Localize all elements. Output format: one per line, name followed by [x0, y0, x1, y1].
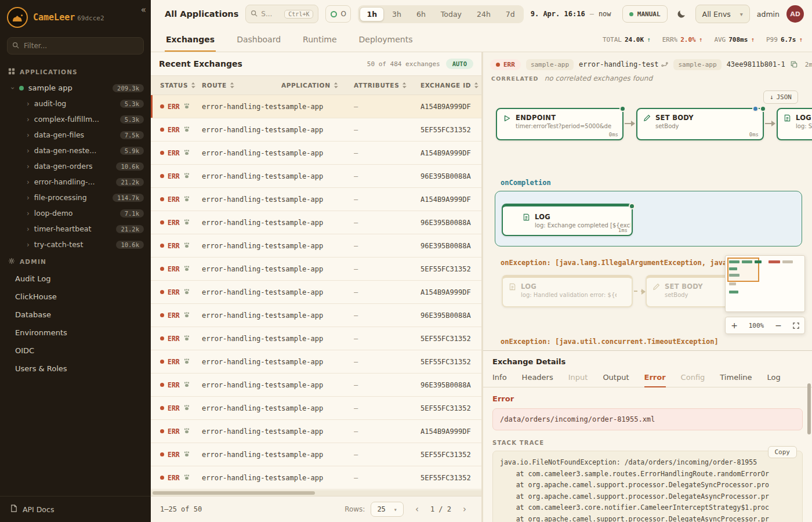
- sidebar-item-clickhouse[interactable]: ClickHouse: [0, 288, 151, 306]
- sidebar-route-try-catch-test[interactable]: ›try-catch-test10.6k: [0, 237, 151, 252]
- sidebar-route-data-gen-orders[interactable]: ›data-gen-orders10.6k: [0, 158, 151, 174]
- horizontal-scrollbar[interactable]: [151, 490, 481, 496]
- user-avatar[interactable]: AD: [786, 5, 804, 23]
- flow-node-completion-log[interactable]: LOG log: Exchange completed [${exchan 1m…: [502, 204, 633, 236]
- search-input[interactable]: [261, 10, 281, 18]
- details-tab-input[interactable]: Input: [568, 370, 588, 387]
- vertical-scrollbar-thumb[interactable]: [807, 383, 811, 434]
- details-tab-headers[interactable]: Headers: [522, 370, 553, 387]
- zoom-in-button[interactable]: +: [726, 317, 743, 334]
- details-tab-timeline[interactable]: Timeline: [720, 370, 752, 387]
- sidebar-item-database[interactable]: Database: [0, 306, 151, 324]
- date-range[interactable]: 9. Apr. 16:16 — now: [531, 10, 611, 18]
- column-header-status[interactable]: STATUS: [151, 82, 202, 89]
- node-selected-dot: [752, 106, 759, 112]
- column-header-application[interactable]: APPLICATION: [281, 82, 354, 89]
- tab-deployments[interactable]: Deployments: [358, 28, 414, 52]
- flow-route-name[interactable]: error-handling-test: [579, 60, 668, 68]
- sidebar-route-error-handling[interactable]: ›error-handling-...21.2k: [0, 174, 151, 190]
- tab-dashboard[interactable]: Dashboard: [235, 28, 282, 52]
- details-tab-info[interactable]: Info: [492, 370, 507, 387]
- sidebar-route-timer-heartbeat[interactable]: ›timer-heartbeat21.2k: [0, 221, 151, 237]
- flow-canvas[interactable]: ↓ JSON ENDPOINT timer:errorTest?period=5…: [483, 86, 812, 350]
- copy-icon[interactable]: [788, 59, 800, 70]
- table-row[interactable]: ERRerror-handling-testsample-app—96E395B…: [151, 374, 481, 397]
- next-page-button[interactable]: ›: [457, 502, 472, 517]
- sidebar-route-audit-log[interactable]: ›audit-log5.3k: [0, 96, 151, 111]
- column-header-exchange-id[interactable]: EXCHANGE ID: [420, 82, 481, 89]
- tab-runtime[interactable]: Runtime: [302, 28, 338, 52]
- sidebar-route-loop-demo[interactable]: ›loop-demo7.1k: [0, 205, 151, 221]
- global-search[interactable]: Ctrl+K: [245, 5, 318, 23]
- status-label: ERR: [168, 126, 180, 134]
- zoom-fit-button[interactable]: [787, 317, 804, 334]
- sidebar-filter-input[interactable]: [7, 37, 144, 55]
- details-tab-config[interactable]: Config: [681, 370, 705, 387]
- table-row[interactable]: ERRerror-handling-testsample-app—5EF55FC…: [151, 258, 481, 281]
- date-to: now: [599, 10, 611, 18]
- flow-node-endpoint[interactable]: ENDPOINT timer:errorTest?period=5000&del…: [496, 108, 624, 140]
- time-range-3h[interactable]: 3h: [385, 7, 408, 21]
- column-header-route[interactable]: ROUTE: [202, 82, 281, 89]
- time-range-6h[interactable]: 6h: [409, 7, 433, 21]
- table-row[interactable]: ERRerror-handling-testsample-app—5EF55FC…: [151, 466, 481, 490]
- attributes-cell: —: [354, 103, 420, 111]
- dark-mode-toggle[interactable]: [675, 7, 688, 21]
- stack-trace-block[interactable]: java.io.FileNotFoundException: /data/ord…: [492, 451, 803, 522]
- paw-icon: [183, 289, 190, 295]
- sidebar-item-environments[interactable]: Environments: [0, 324, 151, 342]
- tab-exchanges[interactable]: Exchanges: [165, 28, 216, 52]
- table-row[interactable]: ERRerror-handling-testsample-app—96E395B…: [151, 211, 481, 234]
- prev-page-button[interactable]: ‹: [409, 502, 425, 517]
- errors-only-toggle[interactable]: O: [325, 5, 351, 23]
- details-tab-output[interactable]: Output: [603, 370, 629, 387]
- exchanges-panel-header: Recent Exchanges 50 of 484 exchanges AUT…: [151, 52, 481, 75]
- refresh-mode-button[interactable]: MANUAL: [622, 5, 668, 23]
- chevron-down-icon: ▾: [394, 506, 397, 513]
- time-range-1h[interactable]: 1h: [360, 7, 384, 21]
- environment-select[interactable]: All Envs ▾: [695, 5, 750, 23]
- sidebar-route-complex-fulfillm[interactable]: ›complex-fulfillm...5.3k: [0, 111, 151, 127]
- auto-refresh-badge[interactable]: AUTO: [446, 59, 473, 69]
- scrollbar-thumb[interactable]: [153, 491, 315, 495]
- sidebar-route-data-gen-neste[interactable]: ›data-gen-neste...5.9k: [0, 143, 151, 158]
- flow-minimap[interactable]: [725, 255, 805, 312]
- table-row[interactable]: ERRerror-handling-testsample-app—5EF55FC…: [151, 350, 481, 374]
- details-tab-error[interactable]: Error: [644, 370, 666, 387]
- time-range-24h[interactable]: 24h: [470, 7, 498, 21]
- rows-per-page-select[interactable]: 25 ▾: [371, 502, 403, 517]
- sidebar-collapse-button[interactable]: «: [141, 5, 146, 15]
- table-row[interactable]: ERRerror-handling-testsample-app—96E395B…: [151, 165, 481, 188]
- time-range-today[interactable]: Today: [434, 7, 469, 21]
- sidebar-item-audit-log[interactable]: Audit Log: [0, 270, 151, 288]
- table-row[interactable]: ERRerror-handling-testsample-app—96E395B…: [151, 234, 481, 258]
- column-header-attributes[interactable]: ATTRIBUTES: [354, 82, 420, 89]
- table-row[interactable]: ERRerror-handling-testsample-app—A154B9A…: [151, 281, 481, 304]
- details-tab-log[interactable]: Log: [767, 370, 781, 387]
- table-row[interactable]: ERRerror-handling-testsample-app—A154B9A…: [151, 95, 481, 118]
- sidebar-route-data-gen-files[interactable]: ›data-gen-files7.5k: [0, 127, 151, 143]
- table-row[interactable]: ERRerror-handling-testsample-app—A154B9A…: [151, 142, 481, 165]
- table-row[interactable]: ERRerror-handling-testsample-app—96E395B…: [151, 304, 481, 327]
- status-cell: ERR: [151, 103, 202, 111]
- minimap-node: [729, 267, 737, 270]
- sidebar-item-api-docs[interactable]: API Docs: [0, 496, 151, 522]
- table-row[interactable]: ERRerror-handling-testsample-app—5EF55FC…: [151, 443, 481, 466]
- table-row[interactable]: ERRerror-handling-testsample-app—A154B9A…: [151, 188, 481, 211]
- table-row[interactable]: ERRerror-handling-testsample-app—5EF55FC…: [151, 397, 481, 420]
- sidebar-item-sample-app[interactable]: › sample app 209.3k: [0, 80, 151, 96]
- copy-stack-trace-button[interactable]: Copy: [768, 446, 798, 458]
- sidebar-route-file-processing[interactable]: ›file-processing114.7k: [0, 190, 151, 205]
- sidebar-item-users-roles[interactable]: Users & Roles: [0, 360, 151, 378]
- time-range-7d[interactable]: 7d: [499, 7, 522, 21]
- flow-node-set-body[interactable]: SET BODY setBody 0ms: [636, 108, 764, 140]
- table-row[interactable]: ERRerror-handling-testsample-app—5EF55FC…: [151, 118, 481, 142]
- sidebar-item-oidc[interactable]: OIDC: [0, 342, 151, 360]
- flow-node-log[interactable]: LOG log: Sta: [777, 108, 812, 140]
- attributes-cell: —: [354, 219, 420, 227]
- download-json-button[interactable]: ↓ JSON: [763, 90, 798, 104]
- zoom-out-button[interactable]: −: [770, 317, 787, 334]
- table-row[interactable]: ERRerror-handling-testsample-app—A154B9A…: [151, 420, 481, 443]
- flow-node-exception-log[interactable]: LOG log: Handled validation error: ${exc…: [502, 275, 633, 307]
- table-row[interactable]: ERRerror-handling-testsample-app—5EF55FC…: [151, 327, 481, 350]
